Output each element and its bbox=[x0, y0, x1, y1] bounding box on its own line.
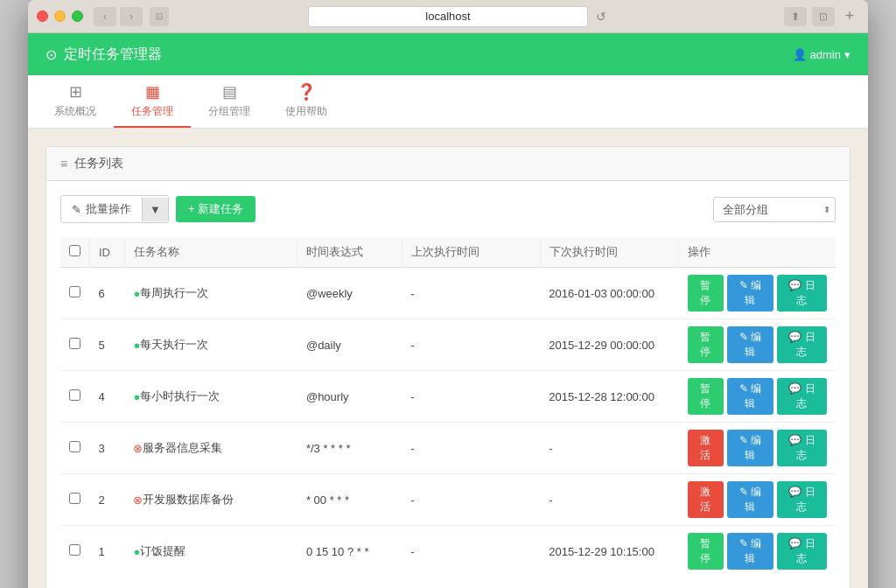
row-last-run: - bbox=[402, 371, 540, 423]
tab-help-label: 使用帮助 bbox=[285, 104, 327, 119]
row-id: 3 bbox=[90, 423, 125, 474]
refresh-icon[interactable]: ↺ bbox=[596, 10, 606, 24]
select-all-checkbox[interactable] bbox=[69, 245, 80, 256]
tab-help[interactable]: ❓ 使用帮助 bbox=[268, 75, 345, 128]
overview-icon: ⊞ bbox=[69, 82, 82, 102]
url-bar[interactable]: localhost bbox=[308, 6, 588, 27]
row-checkbox[interactable] bbox=[69, 338, 80, 349]
url-text: localhost bbox=[425, 10, 470, 23]
app-title: 定时任务管理器 bbox=[64, 46, 162, 64]
th-id: ID bbox=[90, 237, 125, 268]
th-name: 任务名称 bbox=[124, 237, 298, 268]
row-actions: 暂停 ✎ 编辑 💬 日志 bbox=[679, 526, 836, 578]
activate-button[interactable]: 激活 bbox=[688, 481, 724, 518]
edit-button[interactable]: ✎ 编辑 bbox=[727, 378, 774, 415]
pause-button[interactable]: 暂停 bbox=[688, 326, 724, 363]
row-actions: 激活 ✎ 编辑 💬 日志 bbox=[679, 474, 836, 526]
table-row: 4 ● 每小时执行一次 @hourly - 2015-12-28 12:00:0… bbox=[60, 371, 836, 423]
minimize-button[interactable] bbox=[54, 10, 66, 22]
bookmark-button[interactable]: ⊡ bbox=[812, 7, 835, 26]
logo-icon: ⊙ bbox=[46, 46, 57, 63]
tab-groups[interactable]: ▤ 分组管理 bbox=[191, 75, 268, 128]
row-checkbox[interactable] bbox=[69, 544, 80, 556]
row-cron: 0 15 10 ? * * bbox=[298, 526, 402, 578]
edit-button[interactable]: ✎ 编辑 bbox=[727, 533, 774, 570]
row-id: 6 bbox=[90, 268, 125, 319]
row-id: 4 bbox=[90, 371, 125, 423]
page-button[interactable]: ⊡ bbox=[150, 7, 169, 26]
status-inactive-icon: ⊗ bbox=[133, 494, 143, 507]
status-active-icon: ● bbox=[133, 339, 140, 352]
edit-button[interactable]: ✎ 编辑 bbox=[727, 430, 774, 466]
row-checkbox-cell bbox=[60, 268, 90, 319]
row-checkbox[interactable] bbox=[69, 389, 80, 401]
forward-button[interactable]: › bbox=[120, 7, 143, 26]
row-checkbox-cell bbox=[60, 371, 90, 423]
group-select[interactable]: 全部分组 bbox=[713, 197, 836, 222]
tab-tasks[interactable]: ▦ 任务管理 bbox=[114, 75, 191, 128]
edit-icon: ✎ bbox=[72, 203, 81, 216]
row-next-run: 2015-12-28 12:00:00 bbox=[540, 371, 679, 423]
table-row: 6 ● 每周执行一次 @weekly - 2016-01-03 00:00:00… bbox=[60, 268, 836, 319]
task-table: ID 任务名称 时间表达式 上次执行时间 下次执行时间 操作 6 bbox=[60, 237, 836, 577]
row-checkbox-cell bbox=[60, 319, 90, 371]
row-last-run: - bbox=[402, 423, 540, 474]
log-button[interactable]: 💬 日志 bbox=[777, 378, 827, 415]
row-last-run: - bbox=[402, 474, 540, 526]
main-content: ≡ 任务列表 ✎ 批量操作 ▼ bbox=[28, 129, 868, 588]
help-icon: ❓ bbox=[297, 82, 316, 102]
row-last-run: - bbox=[402, 319, 540, 371]
table-row: 5 ● 每天执行一次 @daily - 2015-12-29 00:00:00 … bbox=[60, 319, 836, 371]
row-last-run: - bbox=[402, 526, 540, 578]
close-button[interactable] bbox=[37, 10, 48, 22]
pause-button[interactable]: 暂停 bbox=[688, 378, 724, 415]
row-name: ● 每天执行一次 bbox=[124, 319, 298, 371]
edit-button[interactable]: ✎ 编辑 bbox=[727, 481, 774, 518]
log-button[interactable]: 💬 日志 bbox=[777, 533, 827, 570]
tab-overview[interactable]: ⊞ 系统概况 bbox=[37, 75, 114, 128]
row-checkbox[interactable] bbox=[69, 286, 80, 298]
batch-dropdown-arrow[interactable]: ▼ bbox=[142, 198, 168, 221]
row-checkbox[interactable] bbox=[69, 493, 80, 504]
log-button[interactable]: 💬 日志 bbox=[777, 326, 827, 363]
pause-button[interactable]: 暂停 bbox=[688, 533, 724, 570]
row-cron: @hourly bbox=[298, 371, 402, 423]
tasks-icon: ▦ bbox=[145, 82, 160, 102]
row-name: ⊗ 开发服数据库备份 bbox=[124, 474, 298, 526]
log-button[interactable]: 💬 日志 bbox=[777, 481, 827, 518]
row-next-run: 2015-12-29 00:00:00 bbox=[540, 319, 679, 371]
share-button[interactable]: ⬆ bbox=[784, 7, 807, 26]
browser-actions: ⬆ ⊡ + bbox=[784, 7, 859, 26]
log-button[interactable]: 💬 日志 bbox=[777, 430, 827, 466]
status-inactive-icon: ⊗ bbox=[133, 442, 143, 455]
batch-button[interactable]: ✎ 批量操作 ▼ bbox=[60, 195, 169, 223]
th-next-run: 下次执行时间 bbox=[540, 237, 679, 268]
new-task-button[interactable]: + 新建任务 bbox=[176, 196, 256, 222]
add-tab-button[interactable]: + bbox=[840, 7, 859, 26]
row-id: 5 bbox=[90, 319, 125, 371]
row-checkbox-cell bbox=[60, 423, 90, 474]
activate-button[interactable]: 激活 bbox=[688, 430, 724, 466]
row-name: ⊗ 服务器信息采集 bbox=[124, 423, 298, 474]
row-name: ● 每周执行一次 bbox=[124, 268, 298, 319]
th-checkbox bbox=[60, 237, 90, 268]
log-button[interactable]: 💬 日志 bbox=[777, 275, 827, 312]
row-checkbox[interactable] bbox=[69, 441, 80, 452]
row-next-run: - bbox=[540, 423, 679, 474]
user-menu[interactable]: 👤 admin ▾ bbox=[793, 48, 850, 61]
maximize-button[interactable] bbox=[72, 10, 83, 22]
row-next-run: - bbox=[540, 474, 679, 526]
pause-button[interactable]: 暂停 bbox=[688, 275, 724, 312]
tab-tasks-label: 任务管理 bbox=[131, 104, 173, 119]
batch-label[interactable]: ✎ 批量操作 bbox=[61, 196, 142, 222]
row-name: ● 每小时执行一次 bbox=[124, 371, 298, 423]
row-cron: @daily bbox=[298, 319, 402, 371]
back-button[interactable]: ‹ bbox=[94, 7, 116, 26]
task-panel: ≡ 任务列表 ✎ 批量操作 ▼ bbox=[46, 146, 850, 588]
row-cron: * 00 * * * bbox=[298, 474, 402, 526]
edit-button[interactable]: ✎ 编辑 bbox=[727, 275, 774, 312]
browser-nav: ‹ › ⊡ bbox=[94, 7, 169, 26]
th-cron: 时间表达式 bbox=[298, 237, 402, 268]
edit-button[interactable]: ✎ 编辑 bbox=[727, 326, 774, 363]
group-filter: 全部分组 ⬍ bbox=[713, 197, 836, 222]
